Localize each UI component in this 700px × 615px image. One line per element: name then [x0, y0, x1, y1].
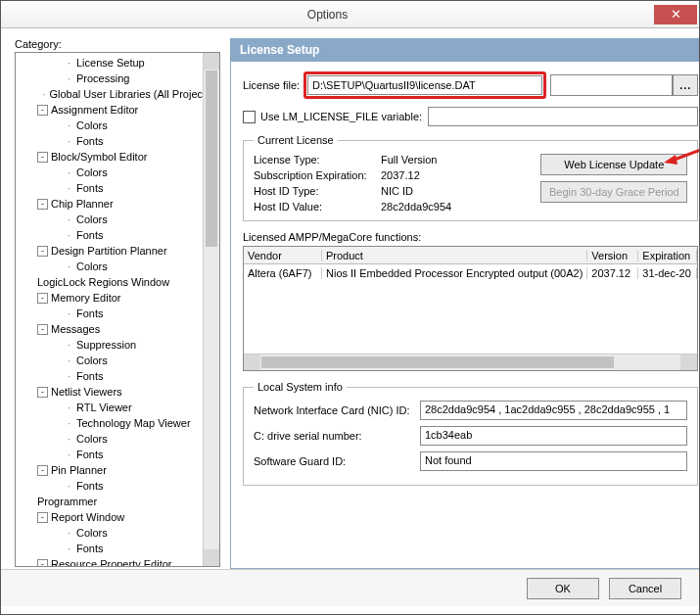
tree-bullet-icon: · — [65, 308, 73, 319]
expand-icon[interactable]: - — [37, 293, 48, 304]
tree-item[interactable]: Programmer — [16, 494, 203, 509]
tree-item[interactable]: ·Fonts — [16, 541, 203, 556]
tree-item[interactable]: ·Global User Libraries (All Projec — [16, 86, 203, 102]
tree-item[interactable]: ·Colors — [16, 118, 203, 133]
license-file-label: License file: — [243, 79, 303, 91]
tree-item[interactable]: -Netlist Viewers — [16, 384, 203, 400]
tree-bullet-icon: · — [65, 260, 73, 272]
tree-scrollbar[interactable] — [203, 53, 219, 566]
tree-item[interactable]: -Block/Symbol Editor — [16, 149, 203, 165]
tree-item[interactable]: ·Fonts — [16, 227, 203, 243]
titlebar: Options ✕ — [1, 1, 699, 28]
tree-item-label: Pin Planner — [51, 464, 107, 476]
tree-bullet-icon: · — [65, 402, 73, 413]
tree-item-label: Colors — [76, 119, 108, 131]
tree-item[interactable]: ·Fonts — [16, 133, 203, 149]
tree-item-label: Fonts — [76, 449, 104, 460]
browse-button[interactable]: ... — [673, 74, 698, 96]
cancel-button[interactable]: Cancel — [609, 578, 681, 599]
dialog-footer: OK Cancel — [1, 569, 699, 606]
license-file-input[interactable] — [307, 75, 542, 95]
expand-icon[interactable]: - — [37, 246, 48, 257]
expand-icon[interactable]: - — [37, 559, 48, 567]
tree-item-label: Messages — [51, 323, 100, 335]
tree-item-label: Design Partition Planner — [51, 245, 167, 257]
hostid-val-label: Host ID Value: — [254, 201, 381, 213]
hostid-val-value: 28c2dda9c954 — [381, 201, 489, 213]
tree-bullet-icon: · — [65, 166, 73, 178]
expand-icon[interactable]: - — [37, 512, 48, 523]
tree-item[interactable]: ·Processing — [16, 71, 203, 86]
tree-item-label: Fonts — [76, 543, 104, 554]
tree-item[interactable]: ·Technology Map Viewer — [16, 415, 203, 431]
expand-icon[interactable]: - — [37, 324, 48, 335]
tree-item-label: Memory Editor — [51, 292, 121, 304]
col-version[interactable]: Version — [587, 250, 638, 261]
tree-bullet-icon: · — [65, 72, 73, 84]
col-vendor[interactable]: Vendor — [244, 250, 322, 261]
table-header[interactable]: Vendor Product Version Expiration — [244, 247, 697, 264]
ellipsis-icon: ... — [679, 79, 691, 91]
tree-item[interactable]: ·Colors — [16, 353, 203, 368]
tree-item[interactable]: -Pin Planner — [16, 462, 203, 478]
tree-item[interactable]: ·Colors — [16, 212, 203, 227]
guard-id-value: Not found — [420, 451, 687, 471]
expand-icon[interactable]: - — [37, 465, 48, 476]
functions-table: Vendor Product Version Expiration Altera… — [243, 246, 698, 371]
tree-item[interactable]: -Messages — [16, 321, 203, 337]
tree-item[interactable]: ·Fonts — [16, 447, 203, 462]
tree-bullet-icon: · — [65, 417, 73, 429]
table-hscrollbar[interactable] — [244, 354, 697, 370]
tree-item[interactable]: -Resource Property Editor — [16, 556, 203, 566]
close-button[interactable]: ✕ — [654, 5, 697, 24]
tree-item[interactable]: -Design Partition Planner — [16, 243, 203, 259]
tree-item[interactable]: ·Fonts — [16, 478, 203, 494]
tree-bullet-icon: · — [65, 370, 73, 382]
tree-item[interactable]: LogicLock Regions Window — [16, 274, 203, 290]
use-lm-checkbox[interactable] — [243, 111, 256, 123]
tree-item[interactable]: ·Colors — [16, 431, 203, 447]
hostid-type-label: Host ID Type: — [254, 185, 381, 197]
table-row[interactable]: Altera (6AF7) Nios II Embedded Processor… — [244, 264, 697, 282]
tree-item[interactable]: ·Colors — [16, 525, 203, 541]
tree-item[interactable]: ·Fonts — [16, 180, 203, 196]
hscroll-thumb[interactable] — [261, 356, 614, 368]
tree-item-label: Assignment Editor — [51, 104, 138, 116]
tree-item[interactable]: -Chip Planner — [16, 196, 203, 212]
tree-bullet-icon: · — [65, 229, 73, 241]
tree-item[interactable]: -Memory Editor — [16, 290, 203, 306]
ok-button[interactable]: OK — [527, 578, 599, 599]
tree-item-label: Fonts — [76, 229, 104, 241]
use-lm-input[interactable] — [428, 107, 698, 126]
sub-exp-value: 2037.12 — [381, 169, 489, 181]
tree-item[interactable]: ·Fonts — [16, 368, 203, 384]
tree-item[interactable]: ·Fonts — [16, 306, 203, 321]
tree-item[interactable]: ·Colors — [16, 259, 203, 274]
hostid-type-value: NIC ID — [381, 185, 489, 197]
tree-item[interactable]: ·License Setup — [16, 55, 203, 71]
expand-icon[interactable]: - — [37, 199, 48, 210]
tree-item-label: Colors — [76, 213, 108, 225]
category-tree[interactable]: ·License Setup·Processing·Global User Li… — [16, 53, 203, 566]
tree-item[interactable]: ·Suppression — [16, 337, 203, 353]
col-product[interactable]: Product — [322, 250, 587, 261]
expand-icon[interactable]: - — [37, 105, 48, 116]
expand-icon[interactable]: - — [37, 152, 48, 163]
tree-item[interactable]: ·Colors — [16, 165, 203, 180]
expand-icon[interactable]: - — [37, 387, 48, 398]
tree-item[interactable]: -Assignment Editor — [16, 102, 203, 118]
current-license-group: Current License License Type: Full Versi… — [243, 134, 698, 221]
tree-item[interactable]: -Report Window — [16, 509, 203, 525]
tree-item-label: Colors — [76, 355, 108, 366]
lic-type-label: License Type: — [254, 154, 381, 166]
tree-item[interactable]: ·RTL Viewer — [16, 400, 203, 415]
scrollbar-thumb[interactable] — [206, 71, 217, 247]
cell-version: 2037.12 — [587, 267, 638, 279]
col-expiration[interactable]: Expiration — [638, 250, 697, 261]
cell-vendor: Altera (6AF7) — [244, 267, 322, 279]
tree-bullet-icon: · — [65, 527, 73, 539]
current-license-legend: Current License — [254, 134, 338, 146]
license-file-input-ext[interactable] — [550, 74, 673, 96]
web-license-update-button[interactable]: Web License Update — [540, 154, 687, 175]
nic-id-value: 28c2dda9c954 , 1ac2dda9c955 , 28c2dda9c9… — [420, 401, 687, 420]
